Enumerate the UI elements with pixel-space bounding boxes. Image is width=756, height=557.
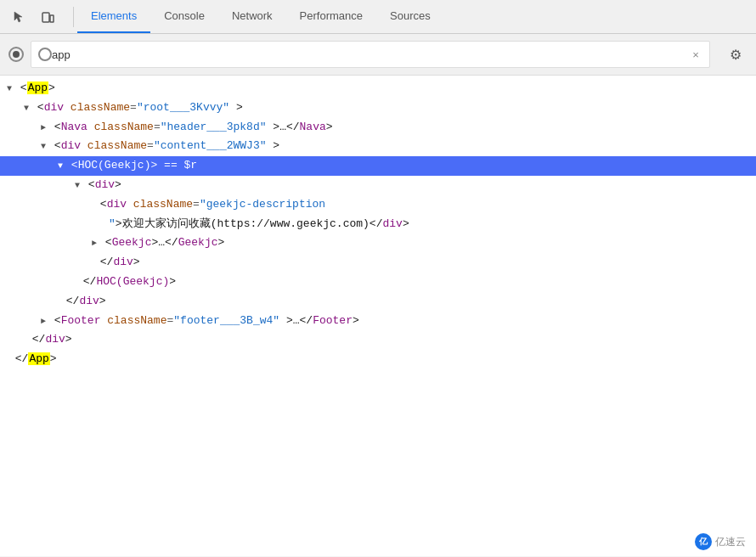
devtools-toolbar: Elements Console Network Performance Sou… (0, 0, 756, 34)
triangle-geekjc (92, 237, 97, 250)
brand-label: 亿速云 (715, 535, 746, 549)
tree-row-div-content-close[interactable]: </div> (0, 292, 756, 312)
tree-row-div-desc-text[interactable]: ">欢迎大家访问收藏(https://www.geekjc.com)</div> (0, 215, 756, 234)
triangle-div-inner (75, 179, 80, 193)
tab-console[interactable]: Console (150, 0, 218, 33)
toolbar-icon-group (7, 5, 59, 29)
tree-row-footer[interactable]: <Footer className="footer___3B_w4" >…</F… (0, 312, 756, 331)
tab-bar: Elements Console Network Performance Sou… (77, 0, 444, 33)
settings-gear-icon[interactable]: ⚙ (724, 42, 748, 66)
tree-row-div-root[interactable]: <div className="root___3Kvvy" > (0, 98, 756, 118)
svg-rect-0 (42, 13, 49, 22)
search-bar-container: × ⚙ (0, 34, 756, 76)
bottom-branding: 亿 亿速云 (695, 533, 746, 550)
svg-rect-1 (50, 15, 54, 22)
triangle-div-root (24, 102, 29, 115)
tree-row-hoc-geekjc[interactable]: <HOC(Geekjc)> == $r (0, 156, 756, 176)
cursor-icon (12, 10, 25, 24)
triangle-app (7, 82, 12, 96)
tree-row-app-close[interactable]: </App> (0, 350, 756, 369)
tree-row-geekjc-comp[interactable]: <Geekjc>…</Geekjc> (0, 233, 756, 253)
search-input[interactable] (52, 48, 689, 61)
brand-icon: 亿 (695, 533, 712, 550)
tree-row-nava[interactable]: <Nava className="header___3pk8d" >…</Nav… (0, 118, 756, 138)
tab-network[interactable]: Network (218, 0, 286, 33)
triangle-nava (41, 121, 46, 135)
tree-row-hoc-close[interactable]: </HOC(Geekjc)> (0, 273, 756, 292)
triangle-hoc (58, 160, 63, 173)
tree-row-div-desc-open[interactable]: <div className="geekjc-description (0, 195, 756, 215)
triangle-div-content (41, 140, 46, 154)
tree-row-root-close[interactable]: </div> (0, 330, 756, 350)
search-bar: × (31, 41, 710, 68)
device-icon-btn[interactable] (36, 5, 59, 29)
device-icon (41, 10, 54, 24)
search-icon (38, 48, 52, 61)
search-clear-button[interactable]: × (689, 48, 702, 61)
tree-row-div-inner[interactable]: <div> (0, 176, 756, 195)
tab-elements[interactable]: Elements (77, 0, 150, 33)
recording-indicator (8, 47, 24, 62)
tab-sources[interactable]: Sources (376, 0, 444, 33)
tree-row-app-open[interactable]: <App> (0, 79, 756, 98)
toolbar-separator (73, 7, 74, 27)
tree-row-div-inner-close[interactable]: </div> (0, 253, 756, 273)
tree-row-div-content[interactable]: <div className="content___2WWJ3" > (0, 137, 756, 156)
cursor-icon-btn[interactable] (7, 5, 31, 29)
triangle-footer (41, 315, 46, 329)
recording-dot (13, 51, 20, 58)
dom-tree: <App> <div className="root___3Kvvy" > <N… (0, 76, 756, 556)
tab-performance[interactable]: Performance (286, 0, 376, 33)
